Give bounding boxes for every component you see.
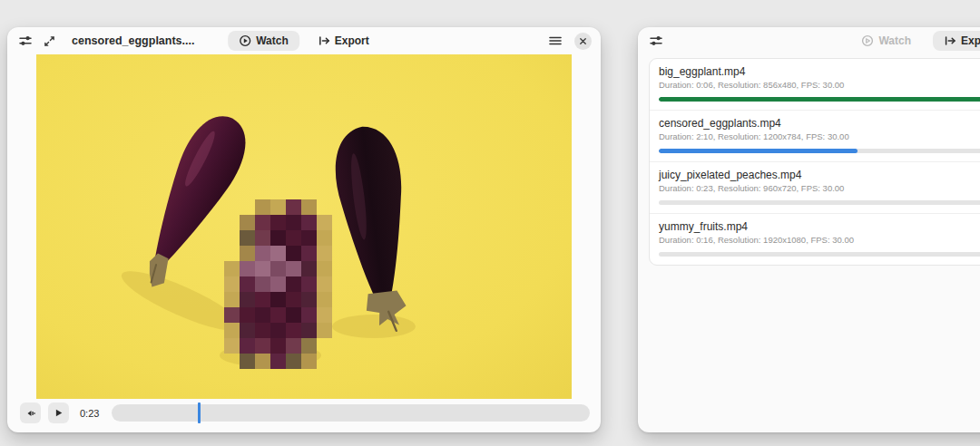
player-window: censored_eggplants.... Watch Export <box>7 27 601 432</box>
close-icon <box>580 37 586 45</box>
play-button[interactable] <box>48 402 69 423</box>
player-titlebar: censored_eggplants.... Watch Export <box>7 27 601 54</box>
file-list-item[interactable]: censored_eggplants.mp4 Duration: 2:10, R… <box>650 110 980 161</box>
file-progress-track <box>659 200 980 205</box>
export-button-label: Export <box>335 34 369 47</box>
file-progress-fill <box>659 97 980 102</box>
expand-button[interactable] <box>42 34 57 49</box>
tune-icon <box>18 34 33 48</box>
file-progress-track <box>659 149 980 153</box>
volume-button[interactable] <box>20 402 41 423</box>
file-meta: Duration: 0:06, Resolution: 856x480, FPS… <box>659 80 980 91</box>
player-window-title: censored_eggplants.... <box>72 34 194 47</box>
queue-titlebar: Watch Export <box>638 27 980 54</box>
file-list-item[interactable]: juicy_pixelated_peaches.mp4 Duration: 0:… <box>650 161 980 213</box>
watch-button[interactable]: Watch <box>228 31 299 51</box>
file-progress-track <box>659 252 980 257</box>
video-frame <box>36 54 572 399</box>
file-list-item[interactable]: yummy_fruits.mp4 Duration: 0:16, Resolut… <box>650 213 980 265</box>
export-button-label: Export <box>961 34 980 47</box>
watch-button-label: Watch <box>256 34 289 47</box>
file-meta: Duration: 2:10, Resolution: 1200x784, FP… <box>659 131 980 142</box>
hamburger-menu-icon <box>549 35 562 46</box>
desktop: censored_eggplants.... Watch Export <box>0 0 980 446</box>
export-button[interactable]: Export <box>933 31 980 51</box>
file-name: censored_eggplants.mp4 <box>659 117 980 131</box>
playback-controls: 0:23 <box>7 399 601 427</box>
export-icon <box>318 34 330 47</box>
file-list: big_eggplant.mp4 Duration: 0:06, Resolut… <box>649 58 980 266</box>
file-name: yummy_fruits.mp4 <box>659 220 980 234</box>
file-progress-fill <box>659 149 858 153</box>
play-circle-icon <box>861 34 874 47</box>
export-button[interactable]: Export <box>307 31 380 51</box>
pixelated-eggplant <box>224 199 332 369</box>
volume-icon <box>25 407 35 420</box>
file-meta: Duration: 0:16, Resolution: 1920x1080, F… <box>659 235 980 246</box>
menu-button[interactable] <box>547 34 564 48</box>
watch-button-disabled[interactable]: Watch <box>850 31 922 51</box>
watch-button-label: Watch <box>878 34 911 47</box>
export-icon <box>944 34 956 47</box>
tune-icon <box>649 34 663 48</box>
queue-window: Watch Export big_eggplant.mp4 Duration: … <box>638 27 980 432</box>
file-name: juicy_pixelated_peaches.mp4 <box>659 169 980 182</box>
expand-icon <box>44 35 55 47</box>
tune-button[interactable] <box>647 32 665 50</box>
file-list-item[interactable]: big_eggplant.mp4 Duration: 0:06, Resolut… <box>650 59 980 110</box>
seek-cursor[interactable] <box>198 402 201 423</box>
seekbar[interactable] <box>112 404 590 422</box>
play-circle-icon <box>239 34 251 47</box>
time-label: 0:23 <box>80 408 99 419</box>
close-button[interactable] <box>574 33 592 50</box>
play-icon <box>54 407 64 419</box>
file-progress-track <box>659 97 980 102</box>
file-meta: Duration: 0:23, Resolution: 960x720, FPS… <box>659 183 980 194</box>
file-name: big_eggplant.mp4 <box>659 65 980 79</box>
tune-button[interactable] <box>16 32 34 50</box>
